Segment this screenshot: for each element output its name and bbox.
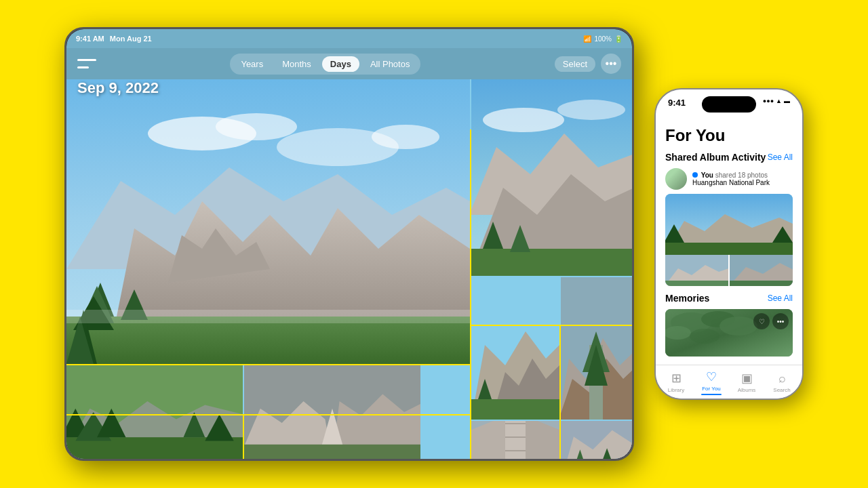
search-icon: ⌕ (778, 371, 786, 386)
activity-user: You shared 18 photos (692, 171, 793, 179)
memories-more-button[interactable]: ••• (772, 313, 789, 329)
tablet-screen: 9:41 AM Mon Aug 21 📶 100% 🔋 Years Months… (66, 29, 632, 459)
user-name: You (701, 171, 713, 179)
shared-main-photo (665, 194, 793, 255)
activity-action: shared 18 photos (715, 171, 768, 179)
svg-rect-65 (665, 243, 793, 255)
svg-rect-49 (505, 421, 526, 459)
svg-point-79 (690, 329, 719, 344)
memories-actions: ♡ ••• (753, 313, 789, 329)
activity-row: You shared 18 photos Huangshan National … (665, 168, 793, 190)
photo-grid (66, 79, 632, 459)
grid-separator-v2 (559, 325, 561, 459)
svg-point-18 (557, 100, 625, 120)
svg-point-17 (483, 108, 564, 132)
phone-time: 9:41 (668, 98, 686, 108)
filter-tab-all-photos[interactable]: All Photos (362, 56, 418, 72)
tab-albums[interactable]: ▣ Albums (729, 371, 764, 393)
user-avatar (665, 168, 687, 190)
memories-title: Memories (665, 293, 709, 304)
filter-tab-months[interactable]: Months (274, 56, 319, 72)
shared-album-title: Shared Album Activity (665, 152, 766, 163)
svg-rect-8 (66, 317, 470, 364)
photo-bot-4[interactable] (561, 421, 632, 459)
phone: 9:41 ●●● ▲ ▬ For You Shared Album Activi… (654, 88, 804, 400)
memories-section: Memories See All (665, 293, 793, 357)
svg-rect-21 (471, 249, 632, 276)
photo-bot-2[interactable] (244, 365, 420, 459)
phone-screen: 9:41 ●●● ▲ ▬ For You Shared Album Activi… (656, 89, 802, 399)
more-button[interactable]: ••• (601, 54, 621, 74)
for-you-label: For You (702, 386, 721, 392)
sidebar-toggle-button[interactable] (77, 56, 96, 71)
dynamic-island (702, 96, 756, 113)
svg-rect-51 (505, 423, 526, 424)
library-label: Library (668, 387, 684, 393)
online-indicator (692, 172, 698, 178)
svg-rect-15 (66, 310, 470, 323)
shared-sub-photo-2 (730, 255, 793, 286)
photo-mid-left[interactable] (471, 277, 559, 420)
date-label: Sep 9, 2022 (77, 79, 159, 97)
search-label: Search (773, 387, 790, 393)
filter-tab-days[interactable]: Days (322, 56, 359, 72)
albums-label: Albums (738, 387, 756, 393)
svg-rect-52 (505, 436, 526, 438)
photo-bot-3[interactable] (471, 421, 559, 459)
svg-rect-53 (505, 450, 526, 451)
tablet-status-icons: 📶 100% 🔋 (583, 35, 623, 43)
battery-icon: ▬ (784, 98, 790, 104)
svg-rect-70 (665, 281, 728, 286)
battery-label: 100% (594, 35, 612, 43)
shared-photos-grid[interactable] (665, 194, 793, 286)
filter-tab-years[interactable]: Years (233, 56, 271, 72)
shared-sub-photo-1 (665, 255, 728, 286)
tablet-date: Mon Aug 21 (110, 35, 152, 43)
phone-tab-bar: ⊞ Library ♡ For You ▣ Albums ⌕ Search (656, 365, 802, 399)
shared-album-header: Shared Album Activity See All (665, 152, 793, 163)
grid-separator-bot-h (66, 364, 470, 365)
tab-for-you[interactable]: ♡ For You (694, 369, 729, 395)
tablet: 9:41 AM Mon Aug 21 📶 100% 🔋 Years Months… (64, 27, 634, 461)
memories-see-all[interactable]: See All (768, 293, 793, 303)
svg-rect-47 (244, 445, 420, 459)
tab-search[interactable]: ⌕ Search (764, 371, 800, 393)
shared-album-see-all[interactable]: See All (768, 152, 793, 162)
phone-status-icons: ●●● ▲ ▬ (763, 98, 790, 104)
photo-main-large[interactable] (66, 79, 470, 364)
signal-icon: ●●● (763, 98, 774, 104)
phone-title: For You (665, 126, 793, 145)
wifi-icon: 📶 (583, 35, 591, 43)
svg-rect-27 (471, 399, 559, 420)
tablet-status-bar: 9:41 AM Mon Aug 21 📶 100% 🔋 (66, 29, 632, 48)
grid-separator-h2 (66, 414, 470, 415)
memories-header: Memories See All (665, 293, 793, 304)
tab-active-indicator (701, 394, 722, 395)
albums-icon: ▣ (741, 371, 753, 386)
photo-top-right[interactable] (471, 79, 632, 276)
avatar-image (665, 168, 687, 190)
battery-icon: 🔋 (614, 35, 623, 43)
library-icon: ⊞ (671, 371, 682, 386)
photo-mid-right[interactable] (561, 277, 632, 420)
svg-rect-73 (730, 281, 793, 286)
photo-bot-1[interactable] (66, 365, 243, 459)
shared-bottom-photos (665, 255, 793, 286)
filter-tabs: Years Months Days All Photos (230, 54, 420, 75)
svg-point-78 (719, 317, 757, 336)
grid-separator-vertical (470, 129, 471, 459)
tab-library[interactable]: ⊞ Library (658, 371, 694, 393)
tablet-time: 9:41 AM (76, 35, 104, 43)
activity-info: You shared 18 photos Huangshan National … (692, 171, 793, 186)
album-name: Huangshan National Park (692, 179, 793, 186)
svg-point-4 (372, 125, 439, 149)
phone-content: For You Shared Album Activity See All Yo… (656, 121, 802, 365)
tablet-toolbar: Years Months Days All Photos Select ••• (66, 48, 632, 79)
memories-heart-button[interactable]: ♡ (753, 313, 770, 329)
grid-separator-h1 (470, 325, 632, 326)
wifi-icon: ▲ (776, 98, 782, 104)
select-button[interactable]: Select (555, 56, 595, 72)
memories-card[interactable]: ♡ ••• (665, 309, 793, 357)
for-you-icon: ♡ (706, 369, 717, 384)
toolbar-right: Select ••• (555, 54, 621, 74)
